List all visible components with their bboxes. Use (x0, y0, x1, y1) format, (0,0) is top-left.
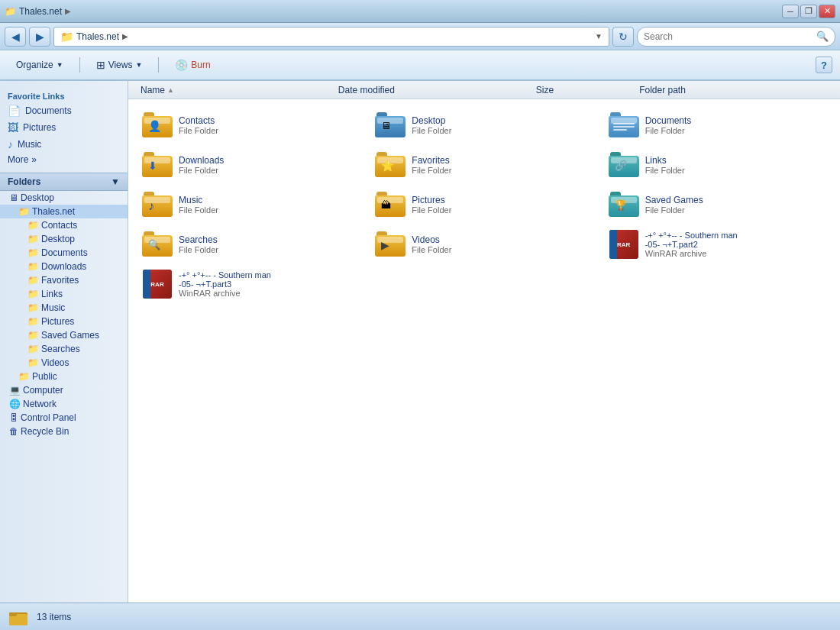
file-item-rar2[interactable]: RAR -+° +°+-- - Southern man-05- ¬+T.par… (603, 226, 832, 263)
downloads-folder-icon: ⬇ (142, 150, 173, 180)
links-folder-icon: 🔗 (609, 150, 639, 180)
music2-tree-icon: 📁 (27, 302, 39, 313)
views-button[interactable]: ⊞ Views ▼ (88, 54, 151, 76)
file-item-contacts[interactable]: 👤 Contacts File Folder (136, 107, 366, 144)
tree-item-network[interactable]: 🌐 Network (0, 397, 128, 411)
search-input[interactable] (644, 31, 813, 42)
pictures-file-info: Pictures File Folder (412, 195, 451, 215)
col-header-size[interactable]: Size (531, 85, 635, 95)
music-file-type: File Folder (179, 205, 218, 215)
search-box[interactable]: 🔍 (637, 27, 835, 47)
address-bar[interactable]: 📁 Thales.net ▶ ▼ (53, 27, 609, 47)
desktop2-tree-label: Desktop (41, 234, 75, 244)
tree-item-documents2[interactable]: 📁 Documents (0, 246, 128, 260)
sidebar-item-pictures[interactable]: 🖼 Pictures (0, 119, 128, 136)
tree-item-desktop2[interactable]: 📁 Desktop (0, 232, 128, 246)
tree-item-pictures2[interactable]: 📁 Pictures (0, 315, 128, 328)
minimize-button[interactable]: ─ (782, 5, 799, 18)
tree-item-saved-games[interactable]: 📁 Saved Games (0, 328, 128, 342)
searches-folder-icon: 🔍 (142, 229, 173, 260)
tree-item-desktop[interactable]: 🖥 Desktop (0, 191, 128, 205)
desktop-tree-label: Desktop (21, 192, 54, 203)
rar3-file-type: WinRAR archive (179, 289, 271, 298)
music-label: Music (18, 139, 41, 150)
links-file-info: Links File Folder (645, 155, 685, 175)
documents-folder-icon (609, 110, 639, 141)
rar3-icon: RAR (142, 269, 173, 299)
file-item-videos[interactable]: ▶ Videos File Folder (369, 226, 599, 263)
close-button[interactable]: ✕ (819, 5, 835, 18)
favorites-tree-label: Favorites (41, 275, 79, 286)
folders-header[interactable]: Folders ▼ (0, 173, 128, 191)
desktop-tree-icon: 🖥 (9, 192, 18, 203)
tree-item-downloads[interactable]: 📁 Downloads (0, 260, 128, 273)
sidebar-item-documents[interactable]: 📄 Documents (0, 102, 128, 119)
tree-item-public[interactable]: 📁 Public (0, 370, 128, 383)
toolbar: Organize ▼ ⊞ Views ▼ 💿 Burn ? (0, 50, 840, 81)
back-button[interactable]: ◀ (5, 27, 26, 47)
titlebar-path-text: Thales.net (19, 6, 62, 17)
control-panel-tree-icon: 🎛 (9, 412, 18, 423)
folders-label: Folders (8, 176, 40, 187)
statusbar-folder-icon (8, 606, 29, 628)
contacts-tree-label: Contacts (41, 220, 77, 231)
tree-item-contacts[interactable]: 📁 Contacts (0, 218, 128, 232)
file-item-documents[interactable]: Documents File Folder (603, 107, 832, 144)
file-item-searches[interactable]: 🔍 Searches File Folder (136, 226, 366, 263)
col-header-path[interactable]: Folder path (635, 85, 832, 95)
network-tree-icon: 🌐 (9, 399, 21, 409)
videos-file-info: Videos File Folder (412, 234, 451, 254)
search-icon[interactable]: 🔍 (816, 31, 829, 42)
sidebar-item-music[interactable]: ♪ Music (0, 136, 128, 153)
rar2-icon: RAR (609, 229, 639, 260)
sidebar: Favorite Links 📄 Documents 🖼 Pictures ♪ … (0, 81, 128, 603)
content-area: Name ▲ Date modified Size Folder path (128, 81, 840, 603)
documents2-tree-label: Documents (41, 247, 88, 258)
col-header-name[interactable]: Name ▲ (136, 85, 334, 95)
folders-section: Folders ▼ 🖥 Desktop 📁 Thales.net 📁 Conta… (0, 173, 128, 438)
column-headers: Name ▲ Date modified Size Folder path (128, 81, 840, 99)
file-item-rar3[interactable]: RAR -+° +°+-- - Southern man-05- ¬+T.par… (136, 266, 366, 302)
file-item-pictures[interactable]: 🏔 Pictures File Folder (369, 186, 599, 223)
pictures-file-type: File Folder (412, 205, 451, 215)
more-button[interactable]: More » (0, 153, 128, 166)
address-dropdown-icon[interactable]: ▼ (595, 32, 603, 40)
tree-item-control-panel[interactable]: 🎛 Control Panel (0, 411, 128, 425)
tree-item-computer[interactable]: 💻 Computer (0, 383, 128, 397)
rar2-file-info: -+° +°+-- - Southern man-05- ¬+T.part2 W… (645, 231, 738, 258)
tree-item-videos[interactable]: 📁 Videos (0, 356, 128, 370)
col-header-date[interactable]: Date modified (334, 85, 531, 95)
file-item-music[interactable]: ♪ Music File Folder (136, 186, 366, 223)
tree-item-links[interactable]: 📁 Links (0, 287, 128, 301)
contacts-file-info: Contacts File Folder (179, 115, 218, 135)
searches-file-type: File Folder (179, 245, 218, 254)
address-folder-icon: 📁 (60, 31, 73, 43)
views-chevron: ▼ (135, 61, 142, 69)
pictures-icon: 🖼 (8, 121, 18, 134)
restore-button[interactable]: ❐ (800, 5, 817, 18)
saved-games-tree-label: Saved Games (41, 330, 99, 341)
burn-label: Burn (191, 60, 210, 70)
videos-tree-icon: 📁 (27, 357, 39, 368)
burn-button[interactable]: 💿 Burn (166, 54, 218, 76)
tree-item-music2[interactable]: 📁 Music (0, 301, 128, 315)
control-panel-tree-label: Control Panel (21, 412, 76, 423)
file-item-saved-games[interactable]: 🏆 Saved Games File Folder (603, 186, 832, 223)
file-grid: 👤 Contacts File Folder 🖥 (128, 99, 840, 603)
tree-item-recycle-bin[interactable]: 🗑 Recycle Bin (0, 425, 128, 438)
forward-button[interactable]: ▶ (29, 27, 50, 47)
contacts-file-type: File Folder (179, 126, 218, 135)
music2-tree-label: Music (41, 302, 65, 313)
file-item-links[interactable]: 🔗 Links File Folder (603, 147, 832, 183)
documents-icon: 📄 (8, 105, 21, 117)
links-file-name: Links (645, 155, 685, 166)
file-item-desktop[interactable]: 🖥 Desktop File Folder (369, 107, 599, 144)
refresh-button[interactable]: ↻ (612, 27, 634, 47)
help-button[interactable]: ? (816, 57, 832, 73)
file-item-downloads[interactable]: ⬇ Downloads File Folder (136, 147, 366, 183)
organize-button[interactable]: Organize ▼ (8, 54, 72, 76)
tree-item-thales[interactable]: 📁 Thales.net (0, 205, 128, 218)
file-item-favorites[interactable]: ⭐ Favorites File Folder (369, 147, 599, 183)
tree-item-favorites[interactable]: 📁 Favorites (0, 273, 128, 287)
tree-item-searches[interactable]: 📁 Searches (0, 342, 128, 356)
